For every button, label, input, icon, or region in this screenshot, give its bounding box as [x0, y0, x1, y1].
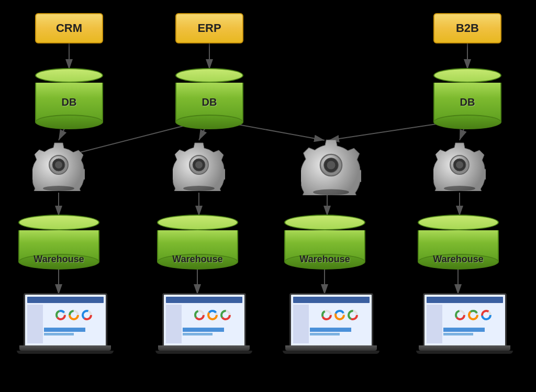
wh2-top: [157, 215, 238, 230]
svg-point-20: [55, 161, 62, 169]
b2b-label: B2B: [456, 21, 479, 35]
laptop1: [17, 293, 114, 354]
laptop3: [283, 293, 379, 354]
laptop4: [416, 293, 513, 354]
b2b-box: B2B: [433, 13, 501, 43]
wh1-top: [18, 215, 99, 230]
erp-box: ERP: [175, 13, 243, 43]
wh4-label: Warehouse: [433, 254, 483, 265]
laptop1-bottom: [17, 351, 114, 354]
db3-label: DB: [460, 96, 475, 108]
db1-label: DB: [62, 96, 77, 108]
db2-cylinder: DB: [175, 68, 243, 129]
gear2-icon: [173, 139, 225, 191]
crm-label: CRM: [56, 21, 82, 35]
wh2-label: Warehouse: [172, 254, 222, 265]
laptop1-base: [19, 345, 111, 351]
svg-point-28: [327, 161, 335, 169]
laptop3-screen: [289, 293, 373, 345]
screen-topbar: [27, 297, 104, 303]
db2-bottom: [175, 115, 243, 129]
db2-label: DB: [202, 96, 217, 108]
wh4-top: [418, 215, 499, 230]
svg-point-21: [43, 186, 74, 191]
laptop4-screen: [423, 293, 507, 345]
svg-point-33: [444, 186, 475, 191]
db3-top: [433, 68, 501, 83]
laptop2-screen: [162, 293, 246, 345]
wh3-top: [284, 215, 365, 230]
gear4-icon: [433, 139, 486, 191]
warehouse3-cylinder: Warehouse: [284, 215, 365, 270]
db1-top: [35, 68, 103, 83]
crm-box: CRM: [35, 13, 103, 43]
db3-bottom: [433, 115, 501, 129]
warehouse4-cylinder: Warehouse: [418, 215, 499, 270]
db3-cylinder: DB: [433, 68, 501, 129]
svg-point-29: [313, 189, 349, 196]
db1-cylinder: DB: [35, 68, 103, 129]
svg-point-24: [195, 161, 203, 169]
warehouse2-cylinder: Warehouse: [157, 215, 238, 270]
svg-point-25: [183, 186, 215, 191]
gear1-icon: [32, 139, 85, 191]
db2-top: [175, 68, 243, 83]
gear3-icon: [301, 135, 361, 195]
laptop2: [155, 293, 252, 354]
svg-point-32: [456, 161, 463, 169]
warehouse1-cylinder: Warehouse: [18, 215, 99, 270]
laptop1-screen: [24, 293, 107, 345]
architecture-diagram: CRM ERP B2B DB DB DB: [0, 0, 536, 392]
wh3-label: Warehouse: [299, 254, 350, 265]
wh1-label: Warehouse: [34, 254, 84, 265]
erp-label: ERP: [197, 21, 221, 35]
db1-bottom: [35, 115, 103, 129]
